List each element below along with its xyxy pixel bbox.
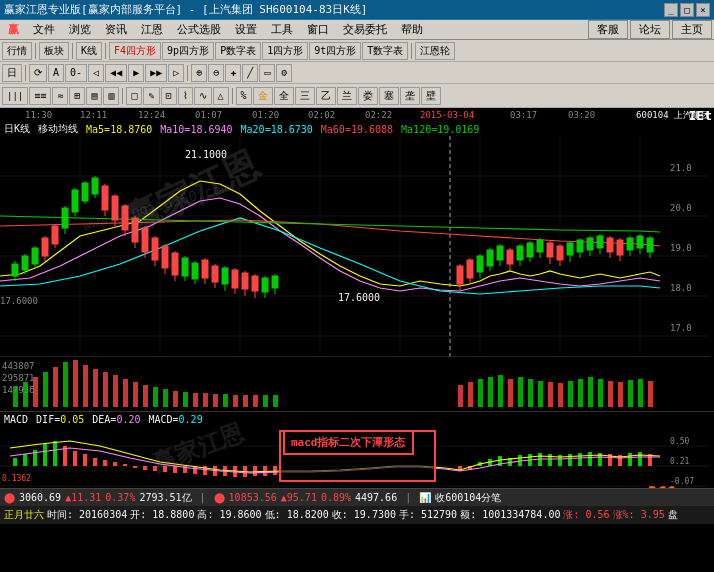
svg-rect-157 xyxy=(568,381,573,407)
svg-rect-212 xyxy=(568,454,572,466)
menu-win[interactable]: 赢 xyxy=(2,21,25,38)
customer-service-button[interactable]: 客服 xyxy=(588,20,628,39)
time-label: 时间: 20160304 xyxy=(47,508,127,522)
close-button[interactable]: × xyxy=(696,3,710,17)
indicator-btn4[interactable]: ⊞ xyxy=(69,87,85,105)
prev2-icon[interactable]: ◀◀ xyxy=(105,64,127,82)
menu-settings[interactable]: 设置 xyxy=(229,21,263,38)
svg-rect-23 xyxy=(12,264,18,276)
wave-btn1[interactable]: 全 xyxy=(274,87,294,105)
draw-btn3[interactable]: ⊡ xyxy=(161,87,177,105)
indicator-btn3[interactable]: ≈ xyxy=(52,87,68,105)
day-btn[interactable]: 日 xyxy=(2,64,22,82)
p-num-button[interactable]: P数字表 xyxy=(215,42,261,60)
separator-2 xyxy=(72,43,73,59)
home-button[interactable]: 主页 xyxy=(672,20,712,39)
indicator-btn1[interactable]: ||| xyxy=(2,87,28,105)
minimize-button[interactable]: _ xyxy=(664,3,678,17)
pct-btn[interactable]: % xyxy=(236,87,252,105)
wave-btn6[interactable]: 塞 xyxy=(379,87,399,105)
zoom-out-icon[interactable]: ⊖ xyxy=(208,64,224,82)
f4-button[interactable]: F4四方形 xyxy=(109,42,161,60)
menu-gann[interactable]: 江恩 xyxy=(135,21,169,38)
scale-icon[interactable]: 0- xyxy=(65,64,87,82)
svg-rect-154 xyxy=(538,381,543,407)
draw-btn6[interactable]: △ xyxy=(213,87,229,105)
svg-rect-180 xyxy=(73,451,77,466)
next2-icon[interactable]: ▶▶ xyxy=(145,64,167,82)
index2-change: ▲95.71 xyxy=(281,492,317,503)
maximize-button[interactable]: □ xyxy=(680,3,694,17)
svg-rect-49 xyxy=(142,228,148,252)
svg-rect-140 xyxy=(223,394,228,407)
prev-icon[interactable]: ◁ xyxy=(88,64,104,82)
sector-button[interactable]: 板块 xyxy=(39,42,69,60)
svg-rect-143 xyxy=(253,395,258,407)
menu-trade[interactable]: 交易委托 xyxy=(337,21,393,38)
menu-browse[interactable]: 浏览 xyxy=(63,21,97,38)
svg-rect-213 xyxy=(578,453,582,466)
high-label: 高: 19.8600 xyxy=(197,508,261,522)
t-num-button[interactable]: T数字表 xyxy=(362,42,408,60)
menu-window[interactable]: 窗口 xyxy=(301,21,335,38)
svg-rect-122 xyxy=(43,372,48,407)
9p-button[interactable]: 9p四方形 xyxy=(162,42,214,60)
next-icon[interactable]: ▷ xyxy=(168,64,184,82)
draw-btn1[interactable]: □ xyxy=(126,87,142,105)
forum-button[interactable]: 论坛 xyxy=(630,20,670,39)
market-button[interactable]: 行情 xyxy=(2,42,32,60)
kline-button[interactable]: K线 xyxy=(76,42,102,60)
menu-formula[interactable]: 公式选股 xyxy=(171,21,227,38)
indicator-btn5[interactable]: ▤ xyxy=(86,87,102,105)
cross-icon[interactable]: ✚ xyxy=(225,64,241,82)
svg-rect-63 xyxy=(212,266,218,282)
separator-3 xyxy=(105,43,106,59)
wave-btn3[interactable]: 乙 xyxy=(316,87,336,105)
svg-text:21.0: 21.0 xyxy=(670,163,692,173)
draw-btn5[interactable]: ∿ xyxy=(194,87,212,105)
sep-8 xyxy=(232,88,233,104)
svg-rect-158 xyxy=(578,379,583,407)
play-icon[interactable]: ▶ xyxy=(128,64,144,82)
svg-rect-57 xyxy=(182,258,188,276)
svg-rect-198 xyxy=(253,466,257,476)
date-label-2: 12:11 xyxy=(80,110,107,120)
menu-tools[interactable]: 工具 xyxy=(265,21,299,38)
gann-wheel-button[interactable]: 江恩轮 xyxy=(415,42,455,60)
svg-rect-25 xyxy=(22,256,28,270)
draw-btn4[interactable]: ⌇ xyxy=(178,87,193,105)
indicator-btn6[interactable]: ▥ xyxy=(103,87,119,105)
change-label: 涨: 0.56 xyxy=(563,508,609,522)
refresh-icon[interactable]: ⟳ xyxy=(29,64,47,82)
zoom-in-icon[interactable]: ⊕ xyxy=(191,64,207,82)
menu-info[interactable]: 资讯 xyxy=(99,21,133,38)
svg-rect-127 xyxy=(93,369,98,407)
rect-icon[interactable]: ▭ xyxy=(259,64,275,82)
indicator-btn2[interactable]: ≡≡ xyxy=(29,87,51,105)
wave-btn2[interactable]: 三 xyxy=(295,87,315,105)
gold-btn[interactable]: 金 xyxy=(253,87,273,105)
9t-button[interactable]: 9t四方形 xyxy=(309,42,361,60)
wave-btn5[interactable]: 娄 xyxy=(358,87,378,105)
menu-file[interactable]: 文件 xyxy=(27,21,61,38)
svg-rect-181 xyxy=(83,454,87,466)
menu-help[interactable]: 帮助 xyxy=(395,21,429,38)
svg-rect-95 xyxy=(547,243,553,257)
svg-rect-155 xyxy=(548,382,553,407)
svg-rect-151 xyxy=(508,379,513,407)
svg-rect-144 xyxy=(263,395,268,407)
draw-btn2[interactable]: ✎ xyxy=(143,87,159,105)
svg-rect-33 xyxy=(62,208,68,228)
wave-btn4[interactable]: 兰 xyxy=(337,87,357,105)
wave-btn7[interactable]: 垄 xyxy=(400,87,420,105)
dif-label: DIF=0.05 xyxy=(36,414,84,425)
tools-icon[interactable]: ⚙ xyxy=(276,64,292,82)
index2-vol: 4497.66 xyxy=(355,492,397,503)
svg-rect-83 xyxy=(487,250,493,266)
1-button[interactable]: 1四方形 xyxy=(262,42,308,60)
wave-btn8[interactable]: 壁 xyxy=(421,87,441,105)
svg-rect-75 xyxy=(272,276,278,288)
status-icon-1: ⬤ xyxy=(4,492,15,503)
auto-icon[interactable]: A xyxy=(48,64,64,82)
line-icon[interactable]: ╱ xyxy=(242,64,258,82)
